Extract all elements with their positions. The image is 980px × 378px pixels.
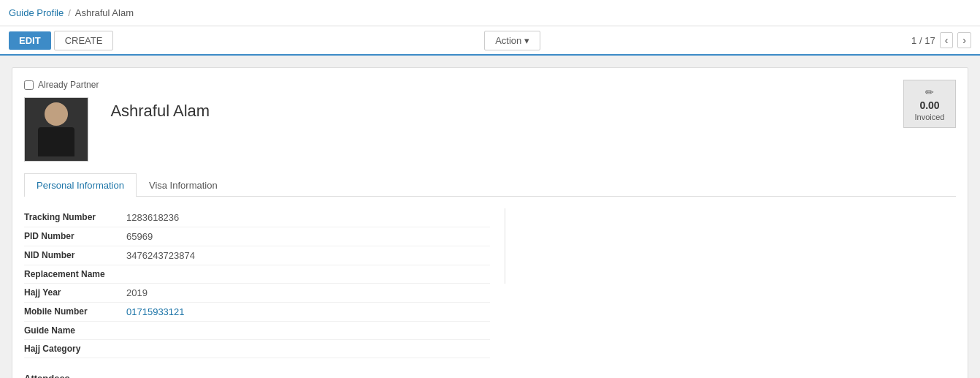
tab-visa-information[interactable]: Visa Information bbox=[137, 173, 230, 197]
action-bar: EDIT CREATE Action ▾ 1 / 17 ‹ › bbox=[0, 26, 980, 56]
pagination: 1 / 17 ‹ › bbox=[911, 32, 971, 48]
mobile-number-label: Mobile Number bbox=[24, 306, 126, 317]
tracking-number-row: Tracking Number 1283618236 bbox=[24, 208, 490, 227]
person-figure bbox=[38, 102, 74, 156]
record-name: Ashraful Alam bbox=[110, 102, 210, 121]
invoiced-amount: 0.00 bbox=[919, 99, 939, 111]
pid-number-row: PID Number 65969 bbox=[24, 227, 490, 246]
column-divider bbox=[505, 208, 505, 284]
record-header: Already Partner Ashraful Alam ✏ 0.00 Inv… bbox=[24, 80, 956, 162]
tab-personal-information[interactable]: Personal Information bbox=[24, 173, 137, 197]
breadcrumb-parent[interactable]: Guide Profile bbox=[9, 7, 64, 18]
action-label: Action bbox=[495, 35, 521, 46]
invoiced-label: Invoiced bbox=[915, 113, 945, 121]
attendees-section-title: Attendees bbox=[24, 370, 956, 378]
hajj-year-row: Hajj Year 2019 bbox=[24, 284, 490, 303]
prev-button[interactable]: ‹ bbox=[940, 32, 954, 48]
form-right-column: Hajj Year 2019 Mobile Number 01715933121… bbox=[24, 284, 490, 358]
already-partner-section: Already Partner bbox=[24, 80, 99, 162]
replacement-name-label: Replacement Name bbox=[24, 269, 126, 279]
form-left-column: Tracking Number 1283618236 PID Number 65… bbox=[24, 208, 490, 284]
nid-number-value: 3476243723874 bbox=[126, 250, 195, 261]
action-dropdown[interactable]: Action ▾ bbox=[484, 31, 540, 50]
invoice-icon: ✏ bbox=[925, 86, 934, 98]
pagination-text: 1 / 17 bbox=[911, 35, 935, 46]
breadcrumb-current: Ashraful Alam bbox=[75, 7, 134, 18]
guide-name-label: Guide Name bbox=[24, 325, 126, 336]
breadcrumb-separator: / bbox=[68, 7, 71, 18]
person-head-shape bbox=[45, 102, 68, 126]
pid-number-label: PID Number bbox=[24, 231, 126, 241]
hajj-year-label: Hajj Year bbox=[24, 287, 126, 298]
tabs: Personal Information Visa Information bbox=[24, 173, 956, 197]
mobile-number-value: 01715933121 bbox=[126, 306, 185, 317]
hajj-category-label: Hajj Category bbox=[24, 344, 126, 354]
invoiced-button[interactable]: ✏ 0.00 Invoiced bbox=[903, 80, 956, 128]
person-body-shape bbox=[38, 127, 74, 156]
edit-button[interactable]: EDIT bbox=[9, 31, 51, 50]
tracking-number-label: Tracking Number bbox=[24, 212, 126, 222]
nid-number-row: NID Number 3476243723874 bbox=[24, 246, 490, 265]
breadcrumb: Guide Profile / Ashraful Alam bbox=[9, 7, 134, 18]
next-button[interactable]: › bbox=[957, 32, 971, 48]
chevron-down-icon: ▾ bbox=[524, 35, 529, 46]
tracking-number-value: 1283618236 bbox=[126, 212, 179, 223]
record-card: Already Partner Ashraful Alam ✏ 0.00 Inv… bbox=[12, 67, 968, 378]
already-partner-label: Already Partner bbox=[38, 80, 99, 90]
nid-number-label: NID Number bbox=[24, 250, 126, 260]
personal-info-form: Tracking Number 1283618236 PID Number 65… bbox=[24, 208, 956, 358]
already-partner-checkbox[interactable]: Already Partner bbox=[24, 80, 99, 90]
mobile-number-row: Mobile Number 01715933121 bbox=[24, 303, 490, 322]
hajj-year-value: 2019 bbox=[126, 287, 148, 298]
guide-name-row: Guide Name bbox=[24, 322, 490, 340]
already-partner-input[interactable] bbox=[24, 80, 34, 90]
main-content: Already Partner Ashraful Alam ✏ 0.00 Inv… bbox=[0, 56, 980, 378]
pid-number-value: 65969 bbox=[126, 231, 153, 242]
replacement-name-row: Replacement Name bbox=[24, 265, 490, 284]
hajj-category-row: Hajj Category bbox=[24, 340, 490, 358]
profile-photo bbox=[24, 97, 88, 162]
top-nav: Guide Profile / Ashraful Alam bbox=[0, 0, 980, 26]
create-button[interactable]: CREATE bbox=[54, 31, 114, 50]
